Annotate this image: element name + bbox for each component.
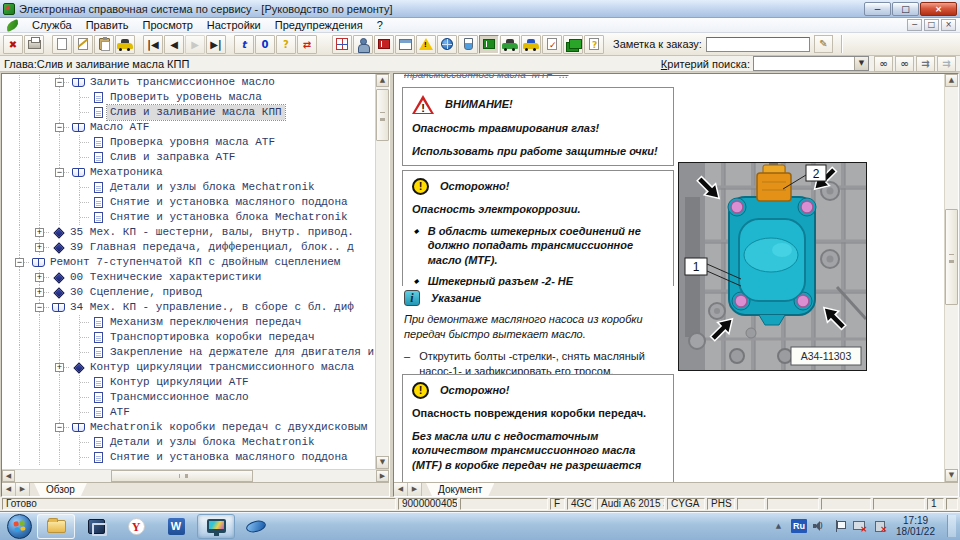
scroll-left-icon[interactable]: ◀ [2, 470, 15, 482]
tree-item-label[interactable]: 35 Мех. КП - шестерни, валы, внутр. прив… [67, 225, 357, 240]
tree-item-label[interactable]: Транспортировка коробки передач [107, 330, 318, 345]
expand-toggle[interactable]: + [55, 363, 64, 372]
tab-document[interactable]: Документ [426, 483, 494, 496]
plan-grid-button[interactable] [332, 35, 352, 54]
return-button[interactable]: t [234, 35, 254, 54]
tree-item-label[interactable]: Слив и заливание масла КПП [107, 105, 285, 120]
customer-button[interactable] [353, 35, 373, 54]
capacity-button[interactable] [458, 35, 478, 54]
collapse-toggle[interactable]: − [15, 258, 24, 267]
tree-item[interactable]: Снятие и установка масляного поддона [10, 450, 375, 465]
document-vertical-scrollbar[interactable]: ▲ ▼ [944, 74, 958, 482]
start-button[interactable] [7, 514, 32, 539]
collapse-toggle[interactable]: − [55, 78, 64, 87]
tree-item[interactable]: Слив и заправка ATF [10, 150, 375, 165]
expand-toggle[interactable]: + [35, 273, 44, 282]
search-input[interactable] [754, 57, 854, 70]
tree-item[interactable]: −Ремонт 7-ступенчатой КП с двойным сцепл… [10, 255, 375, 270]
checklist-button[interactable] [542, 35, 562, 54]
tree-item[interactable]: Проверка уровня масла ATF [10, 135, 375, 150]
expand-toggle[interactable]: + [35, 243, 44, 252]
tree-item[interactable]: Снятие и установка масляного поддона [10, 195, 375, 210]
tree-item[interactable]: Транспортировка коробки передач [10, 330, 375, 345]
tree-item-label[interactable]: Закрепление на держателе для двигателя и [107, 345, 375, 360]
maximize-button[interactable]: □ [892, 2, 919, 16]
tree-item[interactable]: Закрепление на держателе для двигателя и [10, 345, 375, 360]
search-down-button[interactable]: ∞ [874, 56, 893, 72]
scrollbar-thumb[interactable] [111, 470, 253, 482]
tree-item-label[interactable]: Снятие и установка масляного поддона [107, 450, 351, 465]
mdi-close-button[interactable]: × [941, 19, 956, 31]
tree-item-label[interactable]: 30 Сцепление, привод [67, 285, 205, 300]
tree-vertical-scrollbar[interactable]: ▲ ▼ [375, 74, 389, 469]
tree-item[interactable]: +30 Сцепление, привод [10, 285, 375, 300]
tree-item-label[interactable]: Детали и узлы блока Mechatronik [107, 435, 318, 450]
tree-item[interactable]: ATF [10, 405, 375, 420]
tree-item-label[interactable]: Проверить уровень масла [107, 90, 265, 105]
tree-item[interactable]: Детали и узлы блока Mechatronik [10, 180, 375, 195]
action-center-icon[interactable] [832, 519, 847, 534]
collapse-toggle[interactable]: − [55, 423, 64, 432]
nav-next-button[interactable]: ▶ [185, 35, 205, 54]
scrollbar-thumb[interactable] [376, 89, 389, 141]
tree-item[interactable]: −Мехатроника [10, 165, 375, 180]
nav-prev-button[interactable]: ◀ [164, 35, 184, 54]
close-button[interactable]: × [920, 2, 957, 16]
device-error-icon[interactable] [872, 519, 887, 534]
scroll-up-icon[interactable]: ▲ [376, 74, 389, 87]
tree-item-label[interactable]: Трансмиссионное масло [107, 390, 252, 405]
scroll-down-icon[interactable]: ▼ [376, 456, 389, 469]
window-button[interactable] [395, 35, 415, 54]
warnings-button[interactable] [416, 35, 436, 54]
goto-next-button[interactable]: ⇉ [916, 56, 935, 72]
tree-item[interactable]: Слив и заливание масла КПП [10, 105, 375, 120]
scroll-up-icon[interactable]: ▲ [945, 74, 958, 87]
tree-item-label[interactable]: Снятие и установка блока Mechatronik [107, 210, 351, 225]
exit-button[interactable]: ✖ [3, 35, 23, 54]
tab-next-icon[interactable]: ▶ [408, 483, 422, 496]
tree-item-label[interactable]: Проверка уровня масла ATF [107, 135, 278, 150]
scroll-down-icon[interactable]: ▼ [945, 469, 958, 482]
tree-item[interactable]: −Масло ATF [10, 120, 375, 135]
volume-icon[interactable]: ) [812, 519, 827, 534]
tree-item[interactable]: Снятие и установка блока Mechatronik [10, 210, 375, 225]
tree-item[interactable]: Трансмиссионное масло [10, 390, 375, 405]
menu-item-5[interactable]: Предупреждения [268, 18, 370, 33]
tab-prev-icon[interactable]: ◀ [2, 483, 16, 496]
tab-prev-icon[interactable]: ◀ [394, 483, 408, 496]
tree-item-label[interactable]: Слив и заправка ATF [107, 150, 238, 165]
tree-item-label[interactable]: ATF [107, 405, 133, 420]
tree-item[interactable]: Проверить уровень масла [10, 90, 375, 105]
collapse-toggle[interactable]: − [55, 168, 64, 177]
help-button[interactable]: ? [276, 35, 296, 54]
tree-item[interactable]: +00 Технические характеристики [10, 270, 375, 285]
tree-horizontal-scrollbar[interactable]: ◀ ▶ [2, 469, 389, 482]
tree-item-label[interactable]: Снятие и установка масляного поддона [107, 195, 351, 210]
order-note-input[interactable] [706, 37, 810, 52]
tree-item[interactable]: −34 Мех. КП - управление., в сборе с бл.… [10, 300, 375, 315]
tab-overview[interactable]: Обзор [34, 483, 87, 496]
tree-item-label[interactable]: Контур циркуляции ATF [107, 375, 252, 390]
menu-item-2[interactable]: Править [79, 18, 136, 33]
info-zero-button[interactable]: 0 [255, 35, 275, 54]
tree-item[interactable]: Детали и узлы блока Mechatronik [10, 435, 375, 450]
tree-item[interactable]: +39 Главная передача, дифференциал, блок… [10, 240, 375, 255]
tree-item[interactable]: Механизм переключения передач [10, 315, 375, 330]
edit-document-button[interactable] [73, 35, 93, 54]
green-docs-button[interactable] [563, 35, 583, 54]
vehicle-data-button[interactable] [115, 35, 135, 54]
tree-item-label[interactable]: Детали и узлы блока Mechatronik [107, 180, 318, 195]
show-desktop-button[interactable] [947, 515, 956, 537]
exchange-button[interactable]: ⇄ [297, 35, 317, 54]
show-hidden-icons[interactable]: ▲ [771, 519, 786, 534]
expand-toggle[interactable]: + [35, 228, 44, 237]
clock[interactable]: 17:19 18/01/22 [892, 515, 939, 537]
nav-last-button[interactable]: ▶| [206, 35, 226, 54]
mdi-minimize-button[interactable]: − [907, 19, 922, 31]
tab-next-icon[interactable]: ▶ [16, 483, 30, 496]
tree-item-label[interactable]: 39 Главная передача, дифференциал, блок.… [67, 240, 357, 255]
network-error-icon[interactable] [852, 519, 867, 534]
search-up-button[interactable]: ∞ [895, 56, 914, 72]
menu-item-6[interactable]: ? [370, 18, 390, 33]
tree-item-label[interactable]: 34 Мех. КП - управление., в сборе с бл. … [67, 300, 357, 315]
